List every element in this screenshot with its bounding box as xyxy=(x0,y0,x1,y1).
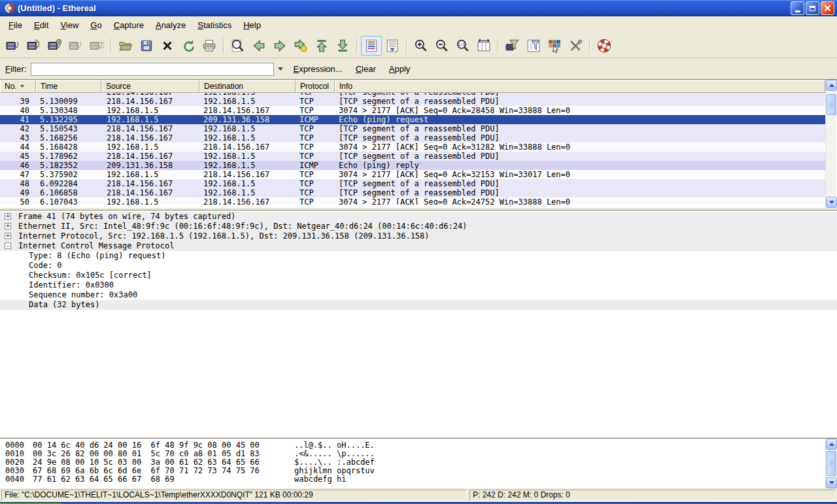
arrow-down-icon xyxy=(829,201,834,204)
print-button[interactable] xyxy=(199,36,220,56)
filter-dropdown-button[interactable] xyxy=(274,63,287,76)
close-button[interactable] xyxy=(821,1,834,15)
toolbar-separator xyxy=(111,38,112,54)
capture-start-button[interactable] xyxy=(44,36,65,56)
zoom-out-button[interactable] xyxy=(432,36,453,56)
maximize-button[interactable] xyxy=(806,1,819,15)
hex-scroll-up-button[interactable] xyxy=(826,439,837,450)
go-to-packet-button[interactable] xyxy=(290,36,311,56)
detail-line[interactable]: +Frame 41 (74 bytes on wire, 74 bytes ca… xyxy=(0,212,837,222)
packet-row-40[interactable]: 405.130348192.168.1.5218.14.156.167TCP30… xyxy=(0,106,825,115)
packet-list-scrollbar[interactable] xyxy=(825,80,836,208)
detail-line[interactable]: Checksum: 0x105c [correct] xyxy=(0,271,837,280)
packet-row-45[interactable]: 455.178962218.14.156.167192.168.1.5TCP[T… xyxy=(0,152,825,161)
collapse-icon[interactable]: - xyxy=(5,243,11,249)
resize-columns-button[interactable] xyxy=(473,36,494,56)
go-to-top-button[interactable] xyxy=(311,36,332,56)
arrow-up-icon xyxy=(829,443,834,446)
arrow-down-icon xyxy=(829,481,834,484)
hex-scroll-down-button[interactable] xyxy=(826,477,837,488)
toolbar-separator xyxy=(589,38,590,54)
column-header-info[interactable]: Info xyxy=(335,80,825,93)
detail-line[interactable]: -Internet Control Message Protocol xyxy=(0,241,837,251)
help-button[interactable] xyxy=(594,36,615,56)
detail-line[interactable]: Code: 0 xyxy=(0,261,837,271)
reload-button[interactable] xyxy=(178,36,199,56)
zoom-in-button[interactable] xyxy=(411,36,432,56)
menu-item-analyze[interactable]: Analyze xyxy=(150,18,192,32)
detail-line[interactable]: Sequence number: 0x3a00 xyxy=(0,290,837,300)
menu-item-statistics[interactable]: Statistics xyxy=(192,18,237,32)
arrow-up-icon xyxy=(829,84,834,87)
zoom-out-icon xyxy=(435,39,449,53)
ethereal-window: (Untitled) - Ethereal FileEditViewGoCapt… xyxy=(0,0,837,504)
menu-item-edit[interactable]: Edit xyxy=(28,18,54,32)
packet-row-50[interactable]: 506.107043192.168.1.5218.14.156.167TCP30… xyxy=(0,197,825,205)
main-toolbar: 1:1 xyxy=(0,34,837,58)
minimize-button[interactable] xyxy=(791,1,804,15)
expand-icon[interactable]: + xyxy=(5,213,11,220)
apply-button[interactable]: Apply xyxy=(383,62,417,76)
coloring-rules-button[interactable] xyxy=(544,36,565,56)
auto-scroll-button[interactable] xyxy=(382,36,403,56)
display-filter-button[interactable] xyxy=(523,36,544,56)
packet-row-44[interactable]: 445.168428192.168.1.5218.14.156.167TCP30… xyxy=(0,143,825,152)
detail-line[interactable]: Identifier: 0x0300 xyxy=(0,280,837,290)
column-header-no[interactable]: No. xyxy=(0,80,36,93)
capture-start-icon xyxy=(48,39,62,53)
save-file-button[interactable] xyxy=(136,36,157,56)
colorize-button[interactable] xyxy=(361,36,382,56)
packet-row-47[interactable]: 475.375902192.168.1.5218.14.156.167TCP30… xyxy=(0,170,825,179)
preferences-button[interactable] xyxy=(565,36,586,56)
column-header-time[interactable]: Time xyxy=(36,80,101,93)
column-header-source[interactable]: Source xyxy=(101,80,199,93)
capture-filter-button[interactable] xyxy=(502,36,523,56)
capture-options-button[interactable] xyxy=(24,36,44,56)
expand-icon[interactable]: + xyxy=(5,233,11,239)
column-header-destination[interactable]: Destination xyxy=(199,80,296,93)
scrollbar-thumb[interactable] xyxy=(827,94,836,115)
expression-button[interactable]: Expression... xyxy=(287,62,349,76)
zoom-normal-button[interactable]: 1:1 xyxy=(453,36,473,56)
detail-line[interactable]: Data (32 bytes) xyxy=(0,300,837,310)
packet-row-49[interactable]: 496.106858218.14.156.167192.168.1.5TCP[T… xyxy=(0,188,825,197)
hex-scrollbar[interactable] xyxy=(825,439,836,488)
filter-label: Filter: xyxy=(5,64,27,74)
column-header-protocol[interactable]: Protocol xyxy=(296,80,335,93)
menu-item-capture[interactable]: Capture xyxy=(108,18,150,32)
detail-line[interactable]: Type: 8 (Echo (ping) request) xyxy=(0,251,837,261)
packet-row-41[interactable]: 415.132295192.168.1.5209.131.36.158ICMPE… xyxy=(0,115,825,124)
packet-row-48[interactable]: 486.092284218.14.156.167192.168.1.5TCP[T… xyxy=(0,179,825,188)
go-to-bottom-button[interactable] xyxy=(332,36,353,56)
hex-dump-pane: 000000 14 6c 40 d6 24 00 16 6f 48 9f 9c … xyxy=(0,438,837,488)
expand-icon[interactable]: + xyxy=(5,223,11,229)
hex-scrollbar-thumb[interactable] xyxy=(827,451,836,476)
close-file-button[interactable] xyxy=(157,36,178,56)
minimize-icon xyxy=(795,10,800,12)
hex-line[interactable]: 004077 61 62 63 64 65 66 67 68 69wabcdef… xyxy=(0,475,837,484)
packet-row-46[interactable]: 465.182352209.131.36.158192.168.1.5ICMPE… xyxy=(0,161,825,170)
menu-item-file[interactable]: File xyxy=(3,18,28,32)
capture-restart-icon xyxy=(90,39,104,53)
maximize-icon xyxy=(810,6,815,11)
clear-button[interactable]: Clear xyxy=(349,62,383,76)
menu-item-view[interactable]: View xyxy=(54,18,84,32)
coloring-rules-icon xyxy=(547,39,562,53)
toolbar-separator xyxy=(498,38,499,54)
menu-item-help[interactable]: Help xyxy=(237,18,267,32)
window-title: (Untitled) - Ethereal xyxy=(18,3,791,13)
filter-input[interactable] xyxy=(31,63,274,76)
menu-item-go[interactable]: Go xyxy=(84,18,107,32)
scroll-down-button[interactable] xyxy=(826,197,837,208)
scroll-up-button[interactable] xyxy=(826,80,837,91)
detail-line[interactable]: +Ethernet II, Src: Intel_48:9f:9c (00:16… xyxy=(0,222,837,231)
open-file-button[interactable] xyxy=(115,36,136,56)
list-interfaces-button[interactable] xyxy=(3,36,24,56)
packet-row-39[interactable]: 395.130099218.14.156.167192.168.1.5TCP[T… xyxy=(0,97,825,106)
packet-row-43[interactable]: 435.168256218.14.156.167192.168.1.5TCP[T… xyxy=(0,133,825,143)
go-forward-button[interactable] xyxy=(269,36,290,56)
packet-row-42[interactable]: 425.150543218.14.156.167192.168.1.5TCP[T… xyxy=(0,124,825,133)
detail-line[interactable]: +Internet Protocol, Src: 192.168.1.5 (19… xyxy=(0,231,837,241)
go-back-button[interactable] xyxy=(248,36,269,56)
find-packet-button[interactable] xyxy=(228,36,248,56)
